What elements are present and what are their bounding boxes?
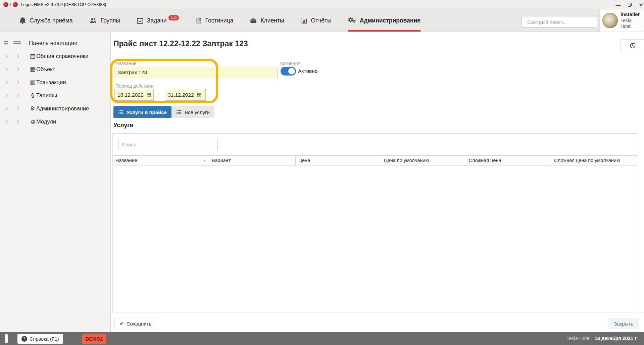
logo-letter: l <box>10 2 11 7</box>
sidebar-item-tariffs[interactable]: § Тарифы <box>0 89 110 102</box>
sidebar-item-transactions[interactable]: ▥ Транзакции <box>0 76 110 89</box>
hamburger-icon <box>13 41 21 46</box>
check-icon: ✔ <box>120 321 124 326</box>
column-label: Вариант <box>212 158 231 163</box>
calendar-icon[interactable] <box>146 92 151 97</box>
gears-icon <box>348 16 357 24</box>
name-input[interactable] <box>114 67 278 78</box>
calendar-check-icon <box>136 17 144 24</box>
app-logo-icon <box>13 2 18 7</box>
chevron-right-icon <box>15 80 19 85</box>
date-range-separator: - <box>158 91 159 97</box>
column-header-variant[interactable]: Вариант <box>209 156 296 165</box>
active-state-label: Активно <box>298 68 317 74</box>
sidebar-item-label: Администрирование <box>36 105 89 112</box>
tab-label: Услуги в прайсе <box>127 109 167 115</box>
sidebar-item-label: Модули <box>36 118 56 125</box>
active-toggle[interactable] <box>281 67 296 76</box>
nav-item-front-desk[interactable]: Служба приёма <box>19 9 72 32</box>
calendar-icon[interactable] <box>197 92 202 97</box>
user-panel[interactable]: installer Tesla Hotel <box>599 9 644 32</box>
sidebar-item-modules[interactable]: ⧉ Модули <box>0 115 110 128</box>
restore-button[interactable] <box>624 0 635 9</box>
column-header-default-complex-price[interactable]: Сложная цена по умолчанию <box>551 156 638 165</box>
services-search-input[interactable] <box>118 139 218 150</box>
nav-label: Администрирование <box>360 17 420 24</box>
sidebar-header[interactable]: Панель навигации <box>0 37 110 50</box>
sort-asc-icon: ▲ <box>203 159 206 162</box>
sidebar-item-object[interactable]: ▦ Объект <box>0 63 110 76</box>
title-bar: l Logus HMS v2.9.73.0 [DESKTOP-O7H3I88] … <box>0 0 644 9</box>
column-label: Сложная цена <box>469 158 501 163</box>
nav-item-groups[interactable]: Группы <box>89 9 120 32</box>
chevron-right-icon <box>4 54 8 58</box>
period-field-label: Период действия <box>115 83 153 89</box>
help-button-label: Справка (F1) <box>30 336 59 342</box>
avatar <box>602 13 618 28</box>
status-bar: ? Справка (F1) DEMO2 Tesla Hotel 18 дека… <box>0 332 644 345</box>
history-button[interactable] <box>621 39 644 52</box>
app-logo-icon <box>3 2 8 7</box>
sidebar-header-label: Панель навигации <box>29 40 78 47</box>
date-from-input[interactable] <box>117 92 144 98</box>
date-from-field <box>114 89 154 101</box>
sidebar-item-administration[interactable]: ⚙ Администрирование <box>0 102 110 115</box>
list-icon <box>118 109 124 115</box>
chevron-right-icon <box>4 67 8 71</box>
toggle-knob <box>288 68 295 75</box>
services-table-body <box>113 165 638 313</box>
chevron-right-icon <box>15 54 19 58</box>
column-header-price[interactable]: Цена <box>296 156 381 165</box>
column-header-name[interactable]: Название ▲ <box>113 156 209 165</box>
tab-all-services[interactable]: Все услуги <box>171 106 214 118</box>
chevron-right-icon <box>4 93 8 98</box>
nav-label: Задачи <box>147 17 167 24</box>
building-icon <box>195 17 202 24</box>
card-footer: ✔ Сохранить Закрыть <box>111 312 644 332</box>
question-icon: ? <box>21 336 27 342</box>
menu-icon <box>4 41 8 45</box>
minimize-button[interactable]: — <box>612 0 624 9</box>
tab-label: Все услуги <box>185 109 210 115</box>
date-to-input[interactable] <box>168 92 195 98</box>
building-icon: ▦ <box>29 66 36 73</box>
window-title: Logus HMS v2.9.73.0 [DESKTOP-O7H3I88] <box>21 2 106 7</box>
date-to-field <box>165 89 206 101</box>
history-icon <box>629 42 636 49</box>
users-icon <box>89 17 97 24</box>
active-question-label: Активно? <box>280 61 301 66</box>
quick-search-input[interactable] <box>527 19 594 25</box>
column-header-default-price[interactable]: Цена по умолчанию <box>381 156 466 165</box>
briefcase-icon <box>249 17 257 24</box>
nav-label: Группы <box>100 17 120 24</box>
nav-item-clients[interactable]: Клиенты <box>249 9 284 32</box>
nav-item-administration[interactable]: Администрирование <box>348 9 420 32</box>
column-label: Название <box>115 158 137 163</box>
nav-item-hotel[interactable]: Гостиница <box>195 9 234 32</box>
column-label: Цена по умолчанию <box>384 158 429 163</box>
nav-item-reports[interactable]: Отчёты <box>300 9 332 32</box>
close-card-button[interactable]: Закрыть <box>608 318 639 329</box>
navigation-sidebar: Панель навигации ▤ Общие справочники ▦ О… <box>0 32 111 332</box>
search-icon <box>525 19 525 25</box>
module-icon: ⧉ <box>29 118 36 125</box>
sidebar-item-directories[interactable]: ▤ Общие справочники <box>0 50 110 63</box>
nav-label: Служба приёма <box>30 17 72 24</box>
tab-services-in-pricelist[interactable]: Услуги в прайсе <box>113 106 171 118</box>
app-window: l Logus HMS v2.9.73.0 [DESKTOP-O7H3I88] … <box>0 0 644 345</box>
restore-icon <box>627 2 632 7</box>
nav-item-tasks[interactable]: Задачи 1-0 <box>136 9 179 32</box>
help-button[interactable]: ? Справка (F1) <box>17 334 63 344</box>
name-field-label: Название <box>115 61 137 66</box>
save-button[interactable]: ✔ Сохранить <box>114 318 157 329</box>
column-label: Цена <box>298 158 310 163</box>
sidebar-item-label: Общие справочники <box>36 53 88 59</box>
chevron-right-icon <box>4 106 8 111</box>
column-header-complex-price[interactable]: Сложная цена <box>466 156 552 165</box>
save-button-label: Сохранить <box>127 321 152 327</box>
chevron-right-icon <box>4 80 8 85</box>
chevron-right-icon <box>15 106 19 111</box>
statusbar-grip <box>5 334 8 343</box>
close-button[interactable]: × <box>635 0 644 9</box>
nav-label: Клиенты <box>260 17 284 24</box>
